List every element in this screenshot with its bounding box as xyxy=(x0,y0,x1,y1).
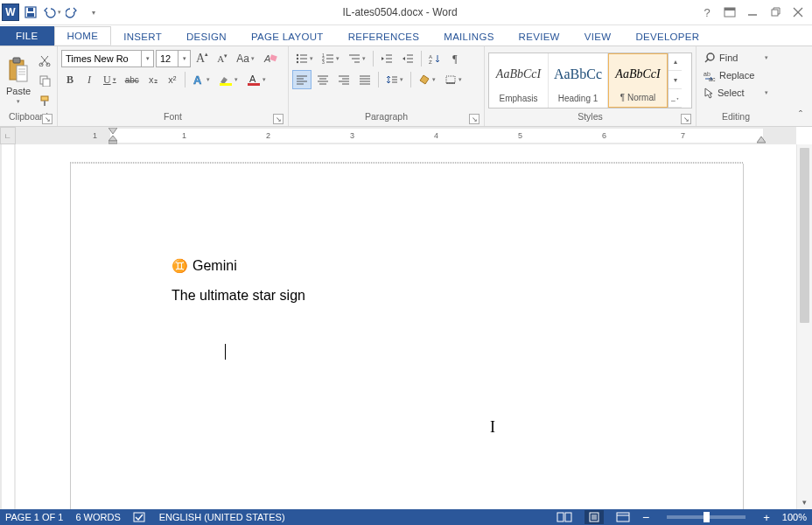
font-name-dropdown[interactable]: ▾ xyxy=(142,50,154,67)
tab-home[interactable]: HOME xyxy=(54,26,112,46)
align-right-icon[interactable] xyxy=(334,70,354,89)
justify-icon[interactable] xyxy=(355,70,374,89)
align-center-icon[interactable] xyxy=(313,70,332,89)
status-language[interactable]: ENGLISH (UNITED STATES) xyxy=(159,512,285,522)
tab-selector[interactable]: ∟ xyxy=(0,127,16,144)
zoom-slider[interactable] xyxy=(667,515,746,519)
gemini-symbol: ♊ xyxy=(172,258,188,273)
style-normal[interactable]: AaBbCcI ¶ Normal xyxy=(608,53,668,108)
scroll-thumb[interactable] xyxy=(800,148,809,323)
save-icon[interactable] xyxy=(21,3,40,22)
clear-formatting-icon[interactable]: A xyxy=(260,49,281,68)
style-heading1[interactable]: AaBbCc Heading 1 xyxy=(549,53,608,108)
zoom-out-button[interactable]: − xyxy=(642,510,649,524)
tab-references[interactable]: REFERENCES xyxy=(336,28,432,46)
highlight-icon[interactable] xyxy=(215,70,242,89)
find-button[interactable]: Find▾ xyxy=(700,49,772,66)
bold-button[interactable]: B xyxy=(61,70,79,89)
ruler-mark: 6 xyxy=(602,131,606,140)
vertical-ruler[interactable] xyxy=(0,144,16,509)
svg-rect-76 xyxy=(557,513,564,522)
tab-page-layout[interactable]: PAGE LAYOUT xyxy=(239,28,336,46)
format-painter-icon[interactable] xyxy=(35,91,54,110)
indent-marker-hanging[interactable] xyxy=(108,136,117,144)
window-title: IL-ates0504.docx - Word xyxy=(103,6,696,18)
tab-review[interactable]: REVIEW xyxy=(507,28,572,46)
proofing-icon[interactable] xyxy=(133,512,147,522)
paragraph-dialog-launcher[interactable]: ↘ xyxy=(469,114,480,124)
borders-icon[interactable] xyxy=(441,70,466,89)
undo-icon[interactable]: ▾ xyxy=(42,3,61,22)
tab-insert[interactable]: INSERT xyxy=(111,28,174,46)
word-app-icon[interactable]: W xyxy=(2,4,19,21)
paste-button[interactable]: Paste ▾ xyxy=(4,49,33,111)
replace-button[interactable]: abacReplace xyxy=(700,66,772,84)
document-page[interactable]: ♊Gemini The ultimate star sign xyxy=(70,164,744,509)
subscript-button[interactable]: x₂ xyxy=(144,70,162,89)
indent-marker-first-line[interactable] xyxy=(108,128,117,135)
decrease-indent-icon[interactable] xyxy=(377,49,396,68)
font-dialog-launcher[interactable]: ↘ xyxy=(273,114,284,124)
font-size-input[interactable] xyxy=(156,50,178,67)
restore-icon[interactable] xyxy=(765,3,786,22)
collapse-ribbon-icon[interactable]: ˆ xyxy=(793,108,808,122)
print-layout-icon[interactable] xyxy=(584,510,604,524)
select-button[interactable]: Select▾ xyxy=(700,84,772,102)
status-word-count[interactable]: 6 WORDS xyxy=(75,512,120,522)
status-page[interactable]: PAGE 1 OF 1 xyxy=(5,512,63,522)
tab-design[interactable]: DESIGN xyxy=(174,28,239,46)
document-line: The ultimate star sign xyxy=(172,281,664,311)
read-mode-icon[interactable] xyxy=(556,512,572,522)
align-left-icon[interactable] xyxy=(292,70,312,89)
style-emphasis[interactable]: AaBbCcI Emphasis xyxy=(489,53,549,108)
tab-developer[interactable]: DEVELOPER xyxy=(623,28,711,46)
styles-row-down-icon[interactable]: ▾ xyxy=(668,71,682,89)
sort-icon[interactable]: AZ xyxy=(425,49,444,68)
tab-file[interactable]: FILE xyxy=(0,26,54,46)
shrink-font-icon[interactable]: A▾ xyxy=(214,49,231,68)
replace-label: Replace xyxy=(719,70,754,80)
svg-point-71 xyxy=(707,53,714,60)
zoom-in-button[interactable]: + xyxy=(763,511,770,524)
customize-qat-icon[interactable]: ▾ xyxy=(84,3,103,22)
scroll-down-icon[interactable]: ▾ xyxy=(797,495,812,509)
tab-mailings[interactable]: MAILINGS xyxy=(431,28,506,46)
italic-button[interactable]: I xyxy=(80,70,98,89)
editing-group-label: Editing xyxy=(722,111,750,122)
bullets-icon[interactable] xyxy=(292,49,317,68)
numbering-icon[interactable]: 123 xyxy=(318,49,343,68)
cut-icon[interactable] xyxy=(35,51,54,70)
indent-marker-right[interactable] xyxy=(757,136,766,144)
font-size-dropdown[interactable]: ▾ xyxy=(178,50,191,67)
ribbon-display-options-icon[interactable] xyxy=(719,3,740,22)
font-name-input[interactable] xyxy=(61,50,142,67)
close-icon[interactable] xyxy=(788,3,808,22)
superscript-button[interactable]: x² xyxy=(164,70,181,89)
text-effects-icon[interactable]: A xyxy=(189,70,214,89)
copy-icon[interactable] xyxy=(35,71,54,90)
horizontal-ruler[interactable]: 1 1 2 3 4 5 6 7 xyxy=(16,127,796,144)
shading-icon[interactable] xyxy=(415,70,439,89)
increase-indent-icon[interactable] xyxy=(398,49,417,68)
redo-icon[interactable] xyxy=(63,3,82,22)
zoom-slider-handle[interactable] xyxy=(704,512,710,522)
grow-font-icon[interactable]: A▴ xyxy=(192,49,212,68)
multilevel-list-icon[interactable] xyxy=(345,49,369,68)
show-marks-icon[interactable]: ¶ xyxy=(446,49,464,68)
styles-more-icon[interactable]: ⎯▾ xyxy=(668,89,682,108)
font-color-icon[interactable]: A xyxy=(243,70,270,89)
web-layout-icon[interactable] xyxy=(616,512,630,522)
change-case-icon[interactable]: Aa xyxy=(233,49,258,68)
minimize-icon[interactable] xyxy=(742,3,763,22)
underline-button[interactable]: U xyxy=(100,70,120,89)
vertical-scrollbar[interactable]: ▴ ▾ xyxy=(796,144,812,509)
tab-view[interactable]: VIEW xyxy=(572,28,624,46)
help-icon[interactable]: ? xyxy=(696,3,718,22)
zoom-level[interactable]: 100% xyxy=(782,512,807,522)
clipboard-dialog-launcher[interactable]: ↘ xyxy=(42,114,52,124)
styles-row-up-icon[interactable]: ▴ xyxy=(668,53,682,72)
styles-gallery[interactable]: AaBbCcI Emphasis AaBbCc Heading 1 AaBbCc… xyxy=(488,52,692,108)
line-spacing-icon[interactable] xyxy=(382,70,407,89)
strikethrough-button[interactable]: abc xyxy=(122,70,143,89)
styles-dialog-launcher[interactable]: ↘ xyxy=(681,114,691,124)
